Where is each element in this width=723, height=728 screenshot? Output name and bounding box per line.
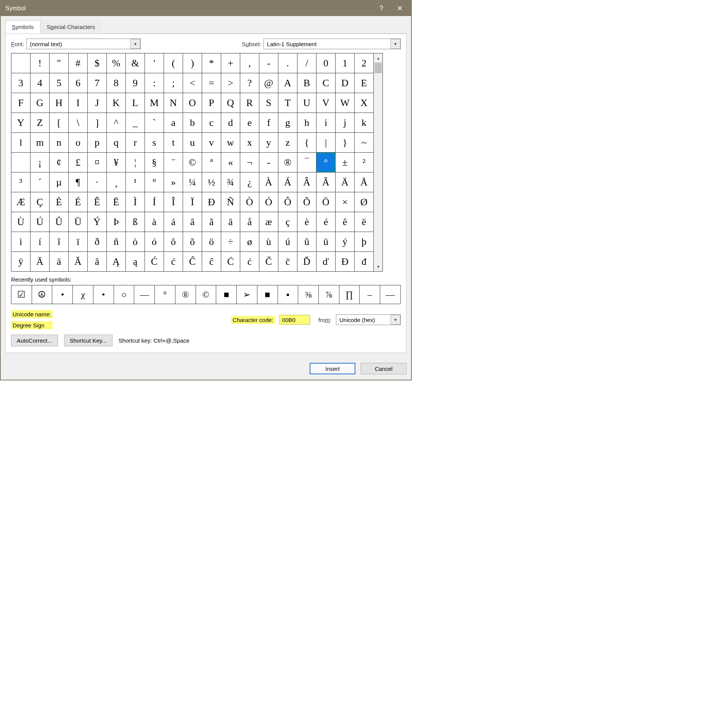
grid-cell[interactable]: à xyxy=(145,212,164,232)
grid-cell[interactable]: ñ xyxy=(107,232,126,252)
grid-cell[interactable]: R xyxy=(240,93,259,113)
grid-cell[interactable]: õ xyxy=(183,232,202,252)
grid-cell[interactable]: . xyxy=(278,53,297,73)
grid-cell[interactable]: [ xyxy=(50,113,69,133)
grid-cell[interactable]: Č xyxy=(259,252,278,272)
grid-cell[interactable]: D xyxy=(336,73,355,93)
character-grid[interactable]: !"#$%&'()*+,-./0123456789:;<=>?@ABCDEFGH… xyxy=(11,53,374,272)
grid-cell[interactable]: / xyxy=(297,53,317,73)
grid-cell[interactable]: å xyxy=(240,212,259,232)
grid-cell[interactable]: " xyxy=(50,53,69,73)
grid-cell[interactable]: Ä xyxy=(336,172,355,192)
grid-cell[interactable]: % xyxy=(107,53,126,73)
grid-cell[interactable]: L xyxy=(126,93,145,113)
grid-cell[interactable]: Ö xyxy=(317,192,336,212)
grid-cell[interactable]: # xyxy=(69,53,88,73)
grid-cell[interactable]: ( xyxy=(164,53,183,73)
grid-cell[interactable]: © xyxy=(183,153,202,172)
grid-cell[interactable]: 9 xyxy=(126,73,145,93)
insert-button[interactable]: Insert xyxy=(310,363,355,374)
grid-cell[interactable]: T xyxy=(278,93,297,113)
grid-cell[interactable]: x xyxy=(240,133,259,153)
grid-cell[interactable]: ± xyxy=(336,153,355,172)
grid-cell[interactable]: ö xyxy=(202,232,221,252)
grid-cell[interactable]: Þ xyxy=(107,212,126,232)
tab-symbols[interactable]: Symbols xyxy=(5,20,40,34)
grid-cell[interactable]: Â xyxy=(297,172,317,192)
grid-cell[interactable]: < xyxy=(183,73,202,93)
grid-cell[interactable]: l xyxy=(11,133,31,153)
grid-cell[interactable]: Ù xyxy=(11,212,31,232)
grid-cell[interactable]: Ċ xyxy=(221,252,240,272)
grid-cell[interactable]: í xyxy=(31,232,50,252)
scroll-thumb[interactable] xyxy=(374,63,382,73)
grid-cell[interactable]: u xyxy=(183,133,202,153)
autocorrect-button[interactable]: AutoCorrect... xyxy=(11,335,58,346)
grid-cell[interactable]: ´ xyxy=(31,172,50,192)
grid-cell[interactable]: f xyxy=(259,113,278,133)
grid-cell[interactable]: 1 xyxy=(336,53,355,73)
grid-cell[interactable]: ø xyxy=(240,232,259,252)
grid-cell[interactable]: ¢ xyxy=(50,153,69,172)
grid-cell[interactable]: ¨ xyxy=(164,153,183,172)
grid-cell[interactable]: N xyxy=(164,93,183,113)
grid-cell[interactable]: y xyxy=(259,133,278,153)
grid-cell[interactable]: Ê xyxy=(88,192,107,212)
grid-cell[interactable]: b xyxy=(183,113,202,133)
grid-cell[interactable]: Æ xyxy=(11,192,31,212)
grid-cell[interactable]: ó xyxy=(145,232,164,252)
recent-symbol[interactable]: ☑ xyxy=(11,285,32,304)
grid-cell[interactable]: ď xyxy=(317,252,336,272)
recent-symbol[interactable]: • xyxy=(93,285,114,304)
grid-cell[interactable]: v xyxy=(202,133,221,153)
grid-cell[interactable]: Û xyxy=(50,212,69,232)
grid-cell[interactable]: 7 xyxy=(88,73,107,93)
grid-cell[interactable]: Z xyxy=(31,113,50,133)
grid-cell[interactable]: ä xyxy=(221,212,240,232)
grid-cell[interactable]: B xyxy=(297,73,317,93)
grid-cell[interactable]: Õ xyxy=(297,192,317,212)
grid-cell[interactable]: i xyxy=(317,113,336,133)
recent-symbol[interactable]: ° xyxy=(155,285,175,304)
grid-cell[interactable]: Đ xyxy=(336,252,355,272)
grid-cell[interactable]: Ë xyxy=(107,192,126,212)
grid-cell[interactable]: 6 xyxy=(69,73,88,93)
grid-cell[interactable]: d xyxy=(221,113,240,133)
grid-cell[interactable]: Ð xyxy=(202,192,221,212)
grid-cell[interactable]: Ô xyxy=(278,192,297,212)
grid-cell[interactable]: ¶ xyxy=(69,172,88,192)
grid-cell[interactable]: Ą xyxy=(107,252,126,272)
grid-cell[interactable]: ^ xyxy=(107,113,126,133)
grid-cell[interactable]: E xyxy=(355,73,374,93)
grid-cell[interactable]: ² xyxy=(355,153,374,172)
recent-symbol[interactable]: ■ xyxy=(216,285,237,304)
grid-cell[interactable]: ç xyxy=(278,212,297,232)
grid-cell[interactable]: µ xyxy=(50,172,69,192)
recent-symbol[interactable]: ∏ xyxy=(339,285,360,304)
grid-cell[interactable]: a xyxy=(164,113,183,133)
grid-cell[interactable]: ü xyxy=(317,232,336,252)
grid-cell[interactable]: 8 xyxy=(107,73,126,93)
scroll-down-button[interactable]: ▾ xyxy=(374,262,382,271)
grid-cell[interactable]: ð xyxy=(88,232,107,252)
grid-cell[interactable]: w xyxy=(221,133,240,153)
grid-cell[interactable]: £ xyxy=(69,153,88,172)
grid-cell[interactable]: c xyxy=(202,113,221,133)
grid-cell[interactable]: Q xyxy=(221,93,240,113)
grid-cell[interactable]: Ì xyxy=(126,192,145,212)
grid-cell[interactable]: ¾ xyxy=(221,172,240,192)
cancel-button[interactable]: Cancel xyxy=(361,363,406,374)
grid-cell[interactable]: ï xyxy=(69,232,88,252)
grid-cell[interactable]: ~ xyxy=(355,133,374,153)
grid-cell[interactable]: Ó xyxy=(259,192,278,212)
font-combo[interactable]: (normal text) ▾ xyxy=(26,39,141,49)
grid-cell[interactable]: G xyxy=(31,93,50,113)
recent-symbol[interactable]: ○ xyxy=(114,285,135,304)
grid-cell[interactable]: ¸ xyxy=(107,172,126,192)
grid-cell[interactable] xyxy=(11,53,31,73)
grid-cell[interactable]: ô xyxy=(164,232,183,252)
grid-cell[interactable]: Ï xyxy=(183,192,202,212)
grid-cell[interactable]: º xyxy=(145,172,164,192)
recent-symbol[interactable]: © xyxy=(196,285,217,304)
grid-cell[interactable]: æ xyxy=(259,212,278,232)
